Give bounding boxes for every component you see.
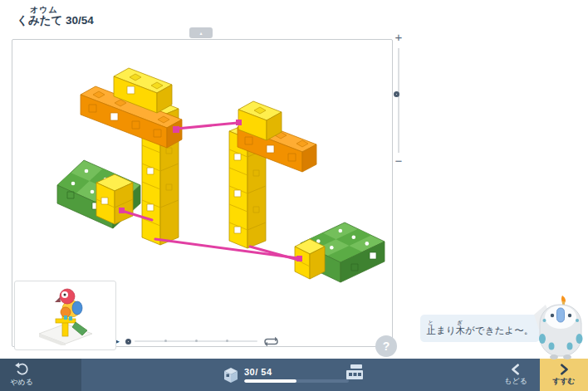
forward-button[interactable]: すすむ — [540, 359, 588, 391]
help-button[interactable]: ? — [375, 335, 397, 357]
yellow-connector-left — [96, 174, 133, 224]
timeline-tick — [195, 340, 198, 342]
progress-fill — [244, 379, 296, 383]
timeline-tick — [226, 340, 228, 342]
timeline-tick — [164, 340, 167, 342]
block-icon — [223, 366, 239, 384]
back-button[interactable]: もどる — [492, 359, 540, 391]
yellow-connector-right — [295, 239, 325, 279]
parrot-thumbnail-image — [24, 286, 107, 345]
loop-button[interactable] — [264, 336, 278, 347]
collapse-button[interactable]: ▴ — [189, 27, 213, 38]
footer-toolbar: やめる 30/ 54 もどる — [0, 359, 588, 391]
collapse-icon: ▴ — [199, 31, 202, 36]
chevron-right-icon — [558, 364, 570, 375]
quit-label: やめる — [10, 377, 33, 388]
speech-bubble: 止とまり木ぎができたよ〜。 — [420, 315, 540, 342]
zoom-out-button[interactable]: − — [392, 154, 405, 168]
forward-label: すすむ — [552, 376, 576, 387]
zoom-slider[interactable] — [398, 48, 399, 153]
step-counter: 30/ 54 — [244, 367, 349, 377]
timeline-slider[interactable] — [135, 340, 257, 342]
zoom-slider-handle[interactable] — [394, 91, 399, 97]
step-progress-group: 30/ 54 — [223, 359, 349, 391]
model-thumbnail[interactable] — [14, 281, 116, 350]
timeline-handle[interactable] — [125, 339, 131, 345]
quit-button[interactable]: やめる — [0, 359, 81, 391]
chevron-left-icon — [510, 364, 522, 375]
parts-box-icon — [345, 364, 365, 380]
progress-bar — [244, 379, 349, 383]
zoom-in-button[interactable]: + — [392, 30, 405, 44]
back-label: もどる — [504, 376, 527, 387]
page-title: くみたて 30/54 — [17, 13, 94, 28]
playback-controls: ▶ — [114, 335, 278, 348]
mascot-character — [534, 295, 587, 361]
speech-text: 止とまり木ぎができたよ〜。 — [427, 320, 533, 337]
parts-box-button[interactable] — [345, 364, 365, 384]
undo-icon — [14, 362, 29, 376]
loop-icon — [264, 336, 278, 347]
